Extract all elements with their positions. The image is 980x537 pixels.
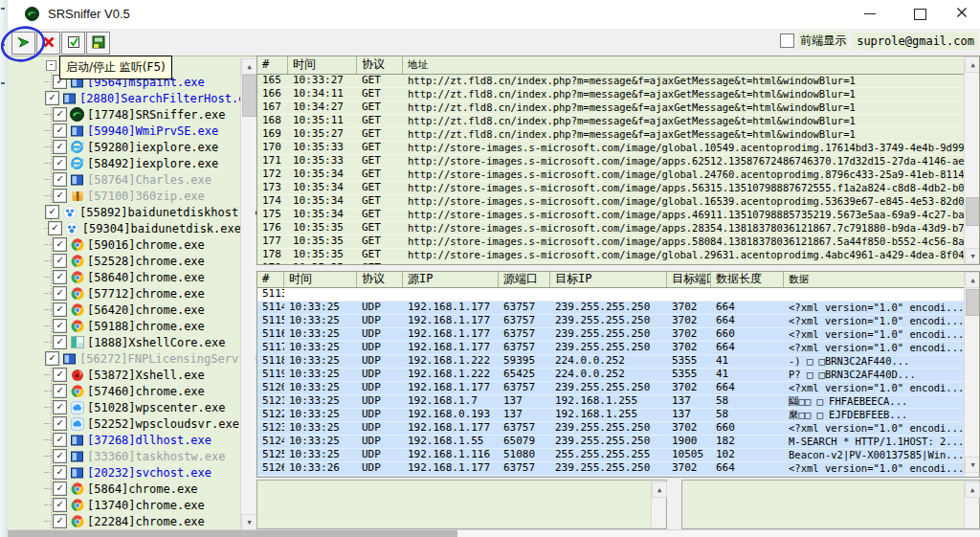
packet-row[interactable]: 512610:33:26UDP192.168.1.17763757239.255… (257, 462, 965, 476)
process-checkbox[interactable]: ✓ (53, 254, 67, 268)
process-item[interactable]: ✓[56420]chrome.exe (8, 302, 241, 318)
process-item[interactable]: ✓[57100]360zip.exe (8, 188, 241, 204)
process-checkbox[interactable]: ✓ (53, 123, 67, 138)
process-checkbox[interactable]: ✓ (53, 433, 67, 447)
column-header[interactable]: # (257, 272, 284, 287)
process-checkbox[interactable]: ✓ (53, 156, 67, 170)
process-checkbox[interactable]: ✓ (53, 107, 67, 122)
column-header[interactable]: 目标IP (550, 272, 667, 287)
packet-row[interactable]: 511410:33:25UDP192.168.1.17763757239.255… (257, 302, 965, 315)
maximize-button[interactable] (900, 0, 940, 28)
request-row[interactable]: 16910:35:27GEThttp://zt.fld8.cn/index.ph… (257, 128, 965, 142)
packet-scrollbar[interactable]: ▲ ▼ (964, 272, 979, 477)
process-item[interactable]: ✓[59304]baidunetdisk.exe (8, 220, 241, 236)
process-checkbox[interactable]: ✓ (53, 400, 67, 414)
scroll-up-icon[interactable]: ▲ (965, 481, 980, 498)
process-item[interactable]: ✓[57460]chrome.exe (8, 383, 241, 399)
request-row[interactable]: 17410:35:34GEThttp://store-images.s-micr… (257, 195, 965, 209)
scroll-up-icon[interactable]: ▲ (652, 481, 667, 498)
process-item[interactable]: ✓[37268]dllhost.exe (8, 432, 241, 448)
process-checkbox[interactable]: ✓ (53, 481, 67, 496)
column-header[interactable]: 数据 (784, 272, 967, 287)
process-checkbox[interactable]: ✓ (53, 384, 67, 398)
request-row[interactable]: 17810:35:35GEThttp://store-images.s-micr… (257, 249, 965, 262)
scroll-down-icon[interactable]: ▼ (965, 457, 980, 473)
save-button[interactable] (86, 32, 110, 55)
process-checkbox[interactable]: ✓ (53, 140, 67, 154)
column-header[interactable]: 源IP (403, 272, 499, 287)
process-item[interactable]: ✓[13740]chrome.exe (8, 497, 241, 513)
column-header[interactable]: 时间 (284, 272, 357, 287)
column-header[interactable]: 源端口 (499, 272, 550, 287)
process-checkbox[interactable]: ✓ (53, 237, 67, 252)
process-item[interactable]: ✓[56272]FNPLicensingService (8, 350, 241, 367)
process-checkbox[interactable]: ✓ (53, 465, 67, 480)
process-item[interactable]: ✓[2880]SearchFilterHost.exe (8, 90, 241, 106)
process-item[interactable]: ✓[20232]svchost.exe (8, 464, 241, 481)
process-checkbox[interactable]: ✓ (53, 416, 67, 431)
minimize-button[interactable] (850, 0, 890, 28)
tree-root-expander[interactable]: - (46, 60, 56, 71)
process-item[interactable]: ✓[33360]taskhostw.exe (8, 448, 241, 464)
horizontal-scrollbar[interactable] (8, 529, 980, 537)
request-row[interactable]: 17510:35:34GEThttp://store-images.s-micr… (257, 209, 965, 222)
scrollbar-thumb[interactable] (966, 197, 980, 226)
process-item[interactable]: ✓[59280]iexplore.exe (8, 139, 241, 155)
request-scrollbar[interactable]: ▲ ▼ (964, 56, 979, 264)
process-checkbox[interactable]: ✓ (53, 449, 67, 463)
request-row[interactable]: 17110:35:33GEThttp://store-images.s-micr… (257, 155, 965, 168)
scroll-down-icon[interactable]: ▼ (241, 514, 256, 530)
packet-row[interactable]: 512010:33:25UDP192.168.1.17763757239.255… (257, 382, 965, 395)
process-item[interactable]: ✓[59188]chrome.exe (8, 318, 241, 334)
request-row[interactable]: 16810:35:11GEThttp://zt.fld8.cn/index.ph… (257, 115, 965, 128)
process-checkbox[interactable]: ✓ (53, 270, 67, 284)
process-scrollbar[interactable]: ▲ ▼ (240, 58, 256, 530)
process-item[interactable]: ✓[52252]wpscloudsvr.exe (8, 415, 241, 432)
request-row[interactable]: 17210:35:34GEThttp://store-images.s-micr… (257, 168, 965, 182)
process-checkbox[interactable]: ✓ (53, 172, 67, 187)
process-checkbox[interactable]: ✓ (53, 368, 67, 382)
request-row[interactable]: 16510:33:27GEThttp://zt.fld8.cn/index.ph… (257, 75, 965, 88)
detail-left-scrollbar[interactable]: ▲ (651, 481, 665, 527)
request-row[interactable]: 17610:35:35GEThttp://store-images.s-micr… (257, 222, 965, 235)
scroll-up-icon[interactable]: ▲ (965, 272, 980, 288)
process-checkbox[interactable]: ✓ (53, 302, 67, 317)
scrollbar-thumb[interactable] (242, 75, 256, 117)
process-item[interactable]: ✓[59016]chrome.exe (8, 236, 241, 253)
column-header[interactable]: # (257, 56, 288, 74)
scroll-up-icon[interactable]: ▲ (241, 58, 256, 75)
process-checkbox[interactable]: ✓ (45, 205, 59, 219)
process-checkbox[interactable]: ✓ (53, 189, 67, 203)
detail-right-scrollbar[interactable]: ▲ (964, 481, 978, 527)
process-checkbox[interactable]: ✓ (53, 286, 67, 301)
request-row[interactable]: 17010:35:33GEThttp://store-images.s-micr… (257, 142, 965, 155)
process-item[interactable]: ✓[58640]chrome.exe (8, 269, 241, 285)
scroll-up-icon[interactable]: ▲ (965, 56, 980, 73)
process-item[interactable]: ✓[22284]chrome.exe (8, 513, 241, 529)
process-item[interactable]: ✓[5864]chrome.exe (8, 481, 241, 497)
process-checkbox[interactable]: ✓ (53, 335, 67, 349)
process-item[interactable]: ✓[55892]baidunetdiskhost.ex (8, 204, 241, 220)
column-header[interactable]: 协议 (357, 56, 403, 74)
process-item[interactable]: ✓[57712]chrome.exe (8, 285, 241, 302)
process-checkbox[interactable]: ✓ (45, 351, 59, 366)
packet-row[interactable]: 511910:33:25UDP192.168.1.22265425224.0.0… (257, 369, 965, 382)
clear-button[interactable] (36, 32, 60, 55)
process-item[interactable]: ✓[58492]iexplore.exe (8, 155, 241, 171)
start-stop-button[interactable] (11, 32, 35, 55)
scrollbar-thumb[interactable] (966, 289, 980, 316)
column-header[interactable]: 数据长度 (711, 272, 784, 287)
packet-row[interactable]: 512710:33:26UDP192.168.0.2425353224.0.0.… (257, 476, 965, 478)
process-item[interactable]: ✓[58764]Charles.exe (8, 171, 241, 188)
frontend-display-checkbox[interactable] (780, 34, 794, 48)
packet-row[interactable]: 512310:33:25UDP192.168.1.17763757239.255… (257, 422, 965, 436)
packet-row[interactable]: 511510:33:25UDP192.168.1.17763757239.255… (257, 315, 965, 328)
column-header[interactable]: 协议 (357, 272, 403, 287)
process-checkbox[interactable]: ✓ (45, 91, 59, 105)
process-checkbox[interactable]: ✓ (53, 319, 67, 333)
packet-row[interactable]: 512210:33:25UDP192.168.0.193137192.168.1… (257, 409, 965, 422)
column-header[interactable]: 地址 (403, 56, 967, 74)
process-item[interactable]: ✓[52528]chrome.exe (8, 253, 241, 269)
process-checkbox[interactable]: ✓ (53, 498, 67, 512)
process-item[interactable]: ✓[51028]wpscenter.exe (8, 399, 241, 415)
